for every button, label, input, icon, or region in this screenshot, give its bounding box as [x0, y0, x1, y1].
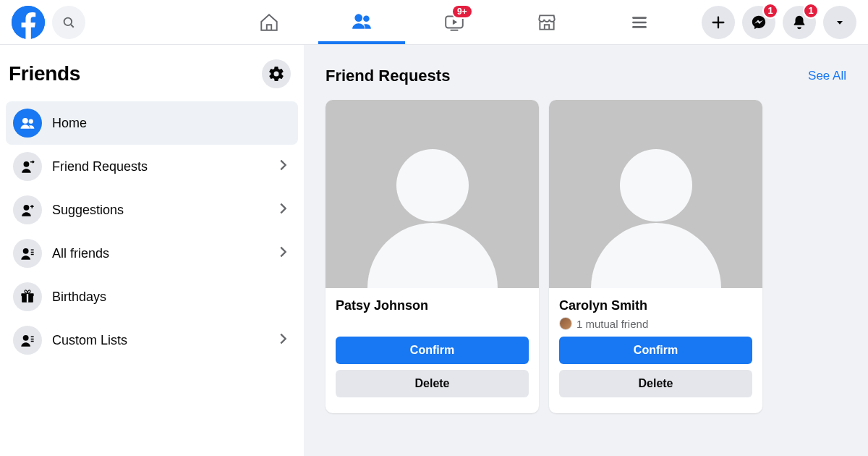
delete-button[interactable]: Delete [336, 370, 529, 397]
person-list-icon [20, 332, 35, 348]
sidebar-item-label: Birthdays [52, 290, 291, 305]
svg-point-12 [22, 118, 28, 124]
search-icon [62, 16, 75, 29]
svg-point-3 [354, 14, 362, 22]
friend-request-card: Patsy Johnson Confirm Delete [326, 100, 539, 413]
svg-point-4 [363, 15, 370, 22]
sidebar-item-label: All friends [52, 246, 265, 261]
messenger-button[interactable]: 1 [742, 6, 775, 39]
sidebar-item-birthdays[interactable]: Birthdays [6, 275, 298, 318]
notifications-button[interactable]: 1 [783, 6, 816, 39]
create-button[interactable] [702, 6, 735, 39]
card-name[interactable]: Patsy Johnson [336, 298, 529, 313]
home-icon [258, 12, 280, 33]
card-name[interactable]: Carolyn Smith [559, 298, 752, 313]
search-button[interactable] [52, 6, 85, 39]
svg-point-1 [64, 17, 72, 25]
avatar-placeholder[interactable] [326, 100, 539, 288]
confirm-button[interactable]: Confirm [559, 337, 752, 364]
marketplace-icon [536, 12, 558, 33]
mutual-text: 1 mutual friend [576, 318, 648, 330]
facebook-logo[interactable] [12, 6, 45, 39]
delete-button[interactable]: Delete [559, 370, 752, 397]
friends-icon [351, 10, 373, 32]
friends-icon [20, 115, 35, 131]
watch-badge: 9+ [451, 4, 473, 19]
person-arrow-icon [20, 159, 35, 174]
sidebar-item-home[interactable]: Home [6, 101, 298, 145]
gift-icon [20, 289, 35, 305]
see-all-link[interactable]: See All [808, 69, 846, 83]
notifications-badge: 1 [803, 3, 819, 19]
chevron-right-icon [275, 331, 291, 350]
mutual-friends[interactable]: 1 mutual friend [559, 316, 752, 331]
nav-home[interactable] [226, 0, 312, 44]
svg-point-15 [24, 205, 30, 211]
avatar-placeholder[interactable] [549, 100, 762, 288]
sidebar-item-label: Home [52, 116, 291, 131]
plus-icon [710, 14, 726, 30]
caret-down-icon [834, 17, 846, 28]
svg-point-16 [23, 248, 29, 254]
sidebar-item-friend-requests[interactable]: Friend Requests [6, 145, 298, 188]
confirm-button[interactable]: Confirm [336, 337, 529, 364]
person-list-icon [20, 245, 35, 261]
section-title: Friend Requests [326, 67, 450, 85]
sidebar: Friends Home Friend Requests Suggestions… [0, 45, 304, 456]
sidebar-item-custom-lists[interactable]: Custom Lists [6, 318, 298, 362]
svg-rect-19 [27, 293, 28, 303]
gear-icon [268, 65, 285, 83]
chevron-right-icon [275, 200, 291, 219]
nav-friends[interactable] [318, 0, 405, 44]
svg-point-13 [29, 119, 33, 124]
svg-point-20 [23, 335, 29, 341]
chevron-right-icon [275, 157, 291, 176]
sidebar-item-suggestions[interactable]: Suggestions [6, 188, 298, 232]
menu-icon [629, 12, 650, 33]
messenger-badge: 1 [762, 3, 778, 19]
svg-line-2 [71, 25, 74, 28]
sidebar-title: Friends [9, 62, 80, 85]
sidebar-item-label: Custom Lists [52, 333, 265, 348]
sidebar-item-all-friends[interactable]: All friends [6, 232, 298, 275]
nav-menu[interactable] [596, 0, 683, 44]
account-button[interactable] [823, 6, 856, 39]
content: Friend Requests See All Patsy Johnson Co… [304, 45, 868, 456]
nav-watch[interactable]: 9+ [411, 0, 498, 44]
mutual-avatar [559, 317, 572, 330]
sidebar-item-label: Suggestions [52, 203, 265, 218]
person-plus-icon [20, 202, 35, 218]
nav-marketplace[interactable] [503, 0, 590, 44]
settings-button[interactable] [262, 59, 291, 88]
friend-request-card: Carolyn Smith 1 mutual friend Confirm De… [549, 100, 762, 413]
chevron-right-icon [275, 244, 291, 263]
sidebar-item-label: Friend Requests [52, 159, 265, 174]
svg-point-14 [24, 161, 30, 167]
top-bar: 9+ 1 1 [0, 0, 868, 45]
